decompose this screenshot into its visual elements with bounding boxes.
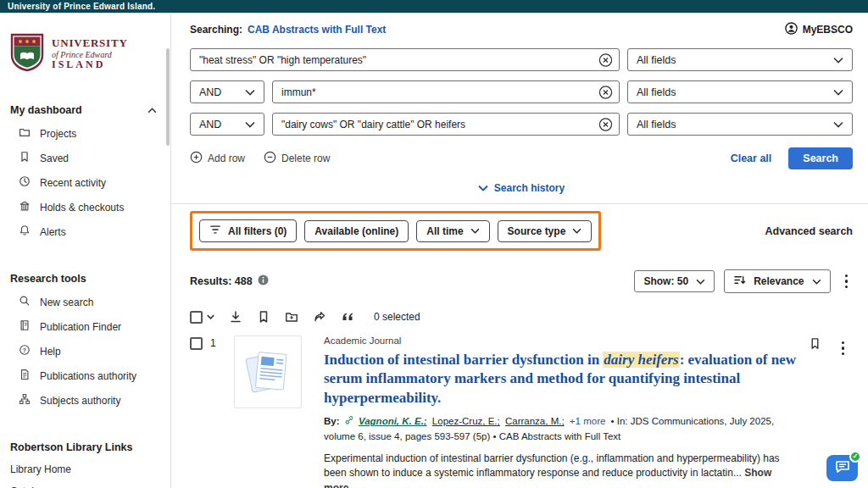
sidebar-scrollbar[interactable] [166,48,170,146]
sort-icon [733,274,746,288]
search-icon [19,295,31,309]
library-building-icon [19,200,31,214]
research-tools-label: Research tools [10,273,86,285]
all-filters-button[interactable]: All filters (0) [199,219,297,242]
recent-activity-clock-icon [19,175,31,190]
sort-value: Relevance [754,275,804,287]
searching-label: Searching: [190,24,242,36]
field-select-2[interactable]: All fields [627,80,853,103]
sidebar-item-publication-finder[interactable]: Publication Finder [0,314,170,339]
cite-quote-icon[interactable] [341,311,354,323]
result-overflow-menu[interactable] [837,337,850,359]
chat-widget-button[interactable]: ✓ [826,455,858,481]
result-number: 1 [210,337,216,349]
all-filters-label: All filters (0) [228,225,287,237]
bookmark-icon[interactable] [809,337,821,350]
logo-line-3: ISLAND [52,59,128,71]
chevron-down-icon [478,185,488,191]
sidebar-header-my-dashboard[interactable]: My dashboard [0,101,170,121]
source-type-dropdown[interactable]: Source type [498,220,593,242]
sidebar-item-holds-checkouts[interactable]: Holds & checkouts [0,195,170,219]
author-link[interactable]: Vagnoni, K. E.; [359,416,427,426]
sidebar-link-library-home[interactable]: Library Home [0,458,170,480]
author-link[interactable]: Lopez-Cruz, E.; [432,416,500,426]
clear-icon[interactable] [598,53,613,67]
divider [171,203,868,204]
more-authors-link[interactable]: +1 more [570,416,606,426]
operator-select-3[interactable]: AND [190,113,264,136]
sidebar-item-recent-activity[interactable]: Recent activity [0,170,170,195]
all-time-dropdown[interactable]: All time [416,220,489,242]
sidebar-link-catalogue[interactable]: Catalogue [0,480,170,488]
author-link[interactable]: Carranza, M.; [505,416,565,426]
library-links-label: Robertson Library Links [10,441,132,453]
clear-all-button[interactable]: Clear all [731,152,772,164]
operator-select-2[interactable]: AND [190,80,264,103]
add-row-button[interactable]: Add row [190,151,245,166]
account-label: MyEBSCO [803,24,853,36]
available-online-button[interactable]: Available (online) [304,220,409,242]
results-count-label: Results: 488 [190,275,253,287]
chevron-down-icon [207,314,214,319]
title-text: Induction of intestinal barrier dysfunct… [324,352,603,368]
sidebar-item-label: Alerts [40,226,66,238]
sidebar-item-help[interactable]: ? Help [0,339,170,363]
sort-dropdown[interactable]: Relevance [724,269,830,293]
logo-line-1: UNIVERSITY [52,37,128,50]
advanced-search-link[interactable]: Advanced search [765,225,853,237]
search-term-input-2[interactable] [272,80,620,103]
chevron-down-icon [833,89,843,96]
account-person-icon [785,22,798,37]
clear-icon[interactable] [598,117,613,131]
share-icon[interactable] [313,310,326,324]
filters-annotation-highlight: All filters (0) Available (online) All t… [190,211,601,251]
search-term-input-1[interactable] [190,48,620,71]
info-icon[interactable] [258,274,269,288]
main-content: Searching: CAB Abstracts with Full Text … [171,13,868,488]
sidebar-item-new-search[interactable]: New search [0,290,170,314]
result-checkbox[interactable] [190,337,203,350]
sidebar-item-projects[interactable]: Projects [0,121,170,146]
delete-row-label: Delete row [281,152,330,164]
sidebar-item-subjects-authority[interactable]: Subjects authority [0,388,170,413]
account-button[interactable]: MyEBSCO [785,22,853,37]
bookmark-icon[interactable] [257,310,270,324]
chevron-up-icon [147,108,157,114]
sidebar-item-saved[interactable]: Saved [0,146,170,170]
search-term-input-3[interactable] [272,113,620,136]
title-highlighted-term: dairy heifers [603,352,679,368]
field-select-value: All fields [637,54,676,66]
upei-logo[interactable]: UNIVERSITY of Prince Edward ISLAND [0,13,170,75]
search-history-toggle[interactable]: Search history [190,182,853,194]
database-link[interactable]: CAB Abstracts with Full Text [248,24,386,36]
select-all-checkbox[interactable] [190,311,203,324]
show-per-page-dropdown[interactable]: Show: 50 [634,270,715,292]
chevron-down-icon [696,279,705,285]
sidebar-item-publications-authority[interactable]: Publications authority [0,363,170,388]
source-type-label: Source type [508,225,566,237]
chevron-down-icon [572,228,581,234]
delete-row-button[interactable]: Delete row [264,151,330,166]
clear-icon[interactable] [598,85,613,99]
sidebar-header-library-links: Robertson Library Links [0,438,170,458]
field-select-1[interactable]: All fields [627,48,853,71]
hierarchy-icon [19,393,31,408]
result-thumbnail[interactable] [234,336,302,408]
result-title-link[interactable]: Induction of intestinal barrier dysfunct… [324,351,798,408]
by-label: By: [324,416,340,426]
select-all-control[interactable] [190,311,214,324]
available-online-label: Available (online) [314,225,398,237]
download-icon[interactable] [229,310,242,324]
institution-name: University of Prince Edward Island. [8,2,155,11]
field-select-3[interactable]: All fields [627,113,853,136]
search-history-label: Search history [494,182,565,194]
operator-value: AND [199,86,221,98]
result-item: 1 Academic Journal Induction of intestin… [190,336,853,488]
sidebar-item-alerts[interactable]: Alerts [0,219,170,244]
author-link-icon [345,416,353,426]
add-to-folder-icon[interactable] [285,310,298,324]
field-select-value: All fields [637,86,676,98]
abstract-text: Experimental induction of intestinal bar… [324,452,780,479]
results-overflow-menu[interactable] [840,270,854,292]
search-button[interactable]: Search [788,147,853,169]
